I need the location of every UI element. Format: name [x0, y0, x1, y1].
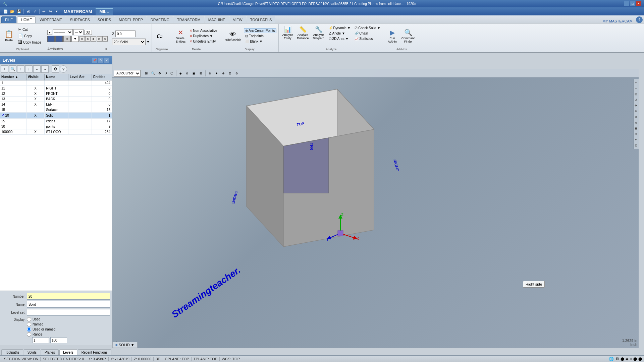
levels-help-btn[interactable]: ? — [60, 65, 67, 73]
analyze-distance-btn[interactable]: 📏 AnalyzeDistance — [296, 25, 311, 41]
arc-center-points-btn[interactable]: ⊕ Arc Center Points — [244, 28, 276, 33]
rp-btn1[interactable]: + — [634, 80, 638, 85]
circle-icon3[interactable]: ○ — [630, 357, 632, 361]
tab-planes[interactable]: Planes — [41, 349, 59, 355]
vp-btn-3[interactable]: ✥ — [157, 70, 162, 77]
my-mastercam-link[interactable]: MY MASTERCAM — [599, 19, 636, 23]
chain-btn[interactable]: 🔗 Chain — [353, 31, 382, 36]
table-row[interactable]: 25edges17 — [0, 119, 112, 124]
levels-pin-button[interactable]: 📌 — [92, 58, 97, 63]
line-width-select[interactable]: ── — [73, 29, 84, 35]
levels-table[interactable]: Number ▲ Visible Name Level Set Entities… — [0, 74, 112, 291]
endpoints-btn[interactable]: ⊡ Endpoints — [244, 34, 276, 39]
qa-redo[interactable]: ↪ — [48, 8, 54, 14]
vp-mode3[interactable]: ▣ — [191, 70, 197, 77]
rp-btn8[interactable]: ◈ — [634, 120, 638, 125]
paste-button[interactable]: 📋 Paste — [2, 28, 16, 43]
angle-btn[interactable]: ∠ Angle ▼ — [327, 31, 352, 36]
vp-opt1[interactable]: ⊕ — [207, 70, 213, 77]
close-button[interactable]: ✕ — [636, 1, 641, 6]
table-row[interactable]: 15Surface15 — [0, 107, 112, 113]
rp-btn10[interactable]: ⊛ — [634, 132, 638, 136]
vp-opt5[interactable]: ⊙ — [234, 70, 240, 77]
rp-btn5[interactable]: ✥ — [634, 103, 638, 108]
tab-home[interactable]: HOME — [17, 16, 36, 23]
rp-btn9[interactable]: ▣ — [634, 126, 638, 131]
qa-new[interactable]: 📄 — [3, 8, 9, 14]
vp-btn-5[interactable]: ⬡ — [169, 70, 175, 77]
vp-mode2[interactable]: ⊛ — [184, 70, 190, 77]
qa-print[interactable]: 🖨 — [25, 8, 31, 14]
tab-toolpaths[interactable]: Toolpaths — [1, 349, 23, 355]
vp-mode4[interactable]: ⊞ — [198, 70, 204, 77]
table-row[interactable]: 1424 — [0, 80, 112, 86]
levels-search-btn[interactable]: 🔍 — [9, 65, 16, 73]
line-style-select[interactable]: ───── — [53, 29, 73, 35]
circle-icon2[interactable]: ◉ — [626, 357, 629, 361]
vp-btn-4[interactable]: ↺ — [163, 70, 168, 77]
blank-btn[interactable]: ⬜ Blank ▼ — [244, 39, 276, 44]
levels-right-btn[interactable]: → — [41, 65, 49, 73]
level-dropdown-arrow[interactable]: ▼ — [147, 40, 150, 44]
analyze-entity-btn[interactable]: 📊 AnalyzeEntity — [281, 25, 295, 41]
display-used-or-named[interactable]: Used or named — [27, 327, 67, 331]
levels-left-btn[interactable]: ← — [33, 65, 41, 73]
vp-btn-1[interactable]: ⊞ — [144, 70, 149, 77]
globe-icon[interactable]: 🌐 — [609, 357, 614, 361]
tab-transform[interactable]: TRANSFORM — [173, 16, 204, 23]
line-color-btn[interactable] — [55, 36, 63, 42]
run-addin-button[interactable]: ▶ RunAdd-In — [386, 27, 398, 45]
tab-drafting[interactable]: DRAFTING — [147, 16, 173, 23]
z-input[interactable] — [115, 31, 136, 37]
view-select[interactable]: AutoCursor — [114, 70, 141, 77]
number-input[interactable] — [27, 293, 110, 300]
rp-btn7[interactable]: ⊗ — [634, 115, 638, 119]
copy-image-button[interactable]: 🖼 Copy Image — [16, 39, 43, 45]
vp-opt2[interactable]: ✦ — [214, 70, 220, 77]
levels-close-button[interactable]: ✕ — [104, 58, 109, 63]
table-row[interactable]: 100000XST LOGO284 — [0, 129, 112, 135]
col-level-set[interactable]: Level Set — [68, 74, 92, 80]
tab-file[interactable]: FILE — [1, 16, 16, 23]
statistics-btn[interactable]: 📈 Statistics — [353, 36, 382, 41]
display-named[interactable]: Named — [27, 322, 67, 326]
hide-unhide-button[interactable]: 👁 Hide/Unhide — [223, 29, 243, 43]
delete-entities-button[interactable]: ✕ DeleteEntities — [174, 27, 187, 45]
display-range[interactable]: Range — [27, 332, 67, 337]
non-associative-btn[interactable]: ✕ Non-Associative — [188, 28, 218, 33]
attr-btn4[interactable]: ⊕ — [97, 36, 102, 42]
circle-icon[interactable]: ⬤ — [621, 357, 624, 361]
tab-view[interactable]: VIEW — [229, 16, 246, 23]
tab-surfaces[interactable]: SURFACES — [66, 16, 93, 23]
attr-btn3[interactable]: ⊕ — [91, 36, 96, 42]
levels-add-btn[interactable]: + — [1, 65, 8, 73]
col-entities[interactable]: Entities — [92, 74, 112, 80]
rp-btn6[interactable]: ⊕ — [634, 109, 638, 114]
level-combo[interactable]: 20 : Solid — [112, 39, 146, 45]
qa-verify[interactable]: ✓ — [32, 8, 38, 14]
dynamic-btn[interactable]: ⚡ Dynamic ▼ — [327, 25, 352, 31]
tab-model-prep[interactable]: MODEL PREP — [115, 16, 147, 23]
attr-btn1[interactable]: ⊕ — [79, 36, 85, 42]
analyze-toolpath-btn[interactable]: 🔧 AnalyzeToolpath — [311, 25, 326, 41]
help-icon[interactable]: ? — [636, 16, 643, 23]
tab-toolpaths[interactable]: TOOLPATHS — [247, 16, 276, 23]
rp-btn12[interactable]: ⊠ — [634, 143, 638, 148]
maximize-button[interactable]: □ — [630, 1, 635, 6]
3d-button[interactable]: 3D — [84, 30, 92, 35]
tab-wireframe[interactable]: WIREFRAME — [36, 16, 66, 23]
rp-btn11[interactable]: ✦ — [634, 137, 638, 142]
table-row[interactable]: 12XFRONT0 — [0, 91, 112, 97]
table-row[interactable]: 11XRIGHT0 — [0, 86, 112, 91]
name-input[interactable] — [27, 301, 110, 308]
cut-button[interactable]: ✂ Cut — [16, 26, 43, 33]
duplicates-btn[interactable]: ✕ Duplicates ▼ — [188, 34, 218, 39]
color-options-btn[interactable]: ▼ — [71, 36, 79, 42]
col-name[interactable]: Name — [45, 74, 68, 80]
tab-machine[interactable]: MACHINE — [205, 16, 229, 23]
tab-solids[interactable]: Solids — [24, 349, 40, 355]
qa-open[interactable]: 📂 — [9, 8, 15, 14]
levels-settings-btn[interactable]: ⚙ — [52, 65, 59, 73]
table-row[interactable]: 14XLEFT0 — [0, 102, 112, 107]
solid-dropdown[interactable]: ▼ — [131, 343, 135, 347]
